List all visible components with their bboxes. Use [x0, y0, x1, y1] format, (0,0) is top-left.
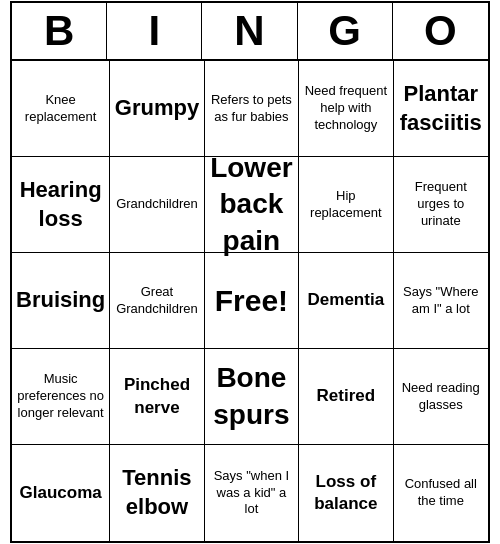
bingo-cell-10: Bruising [12, 253, 110, 349]
bingo-cell-23: Loss of balance [299, 445, 393, 541]
bingo-cell-2: Refers to pets as fur babies [205, 61, 299, 157]
bingo-cell-13: Dementia [299, 253, 393, 349]
bingo-cell-22: Says "when I was a kid" a lot [205, 445, 299, 541]
bingo-cell-5: Hearing loss [12, 157, 110, 253]
bingo-cell-24: Confused all the time [394, 445, 488, 541]
bingo-cell-3: Need frequent help with technology [299, 61, 393, 157]
bingo-header: BINGO [12, 3, 488, 61]
header-letter-G: G [298, 3, 393, 59]
bingo-cell-15: Music preferences no longer relevant [12, 349, 110, 445]
bingo-cell-16: Pinched nerve [110, 349, 204, 445]
bingo-cell-20: Glaucoma [12, 445, 110, 541]
bingo-cell-0: Knee replacement [12, 61, 110, 157]
bingo-cell-19: Need reading glasses [394, 349, 488, 445]
bingo-cell-14: Says "Where am I" a lot [394, 253, 488, 349]
bingo-cell-7: Lower back pain [205, 157, 299, 253]
bingo-grid: Knee replacementGrumpyRefers to pets as … [12, 61, 488, 541]
bingo-cell-21: Tennis elbow [110, 445, 204, 541]
bingo-cell-9: Frequent urges to urinate [394, 157, 488, 253]
header-letter-N: N [202, 3, 297, 59]
bingo-card: BINGO Knee replacementGrumpyRefers to pe… [10, 1, 490, 543]
bingo-cell-18: Retired [299, 349, 393, 445]
bingo-cell-12: Free! [205, 253, 299, 349]
bingo-cell-1: Grumpy [110, 61, 204, 157]
bingo-cell-4: Plantar fasciitis [394, 61, 488, 157]
header-letter-I: I [107, 3, 202, 59]
bingo-cell-8: Hip replacement [299, 157, 393, 253]
bingo-cell-17: Bone spurs [205, 349, 299, 445]
bingo-cell-6: Grandchildren [110, 157, 204, 253]
header-letter-B: B [12, 3, 107, 59]
bingo-cell-11: Great Grandchildren [110, 253, 204, 349]
header-letter-O: O [393, 3, 488, 59]
